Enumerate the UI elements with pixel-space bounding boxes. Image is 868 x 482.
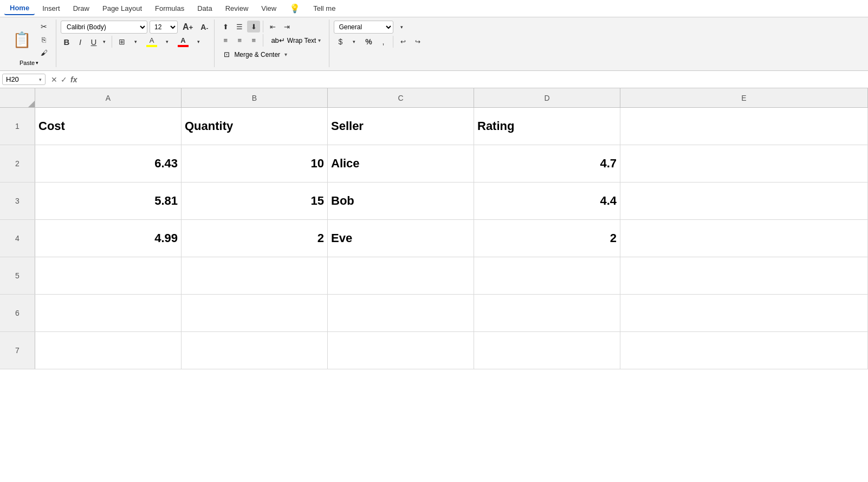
formula-fx-icon[interactable]: fx [70, 75, 77, 84]
cell-d3[interactable]: 4.4 [474, 183, 620, 219]
col-header-a[interactable]: A [35, 88, 182, 107]
cell-a4[interactable]: 4.99 [35, 220, 182, 257]
row-header-3[interactable]: 3 [0, 183, 35, 219]
currency-dropdown[interactable]: ▾ [347, 36, 360, 48]
decrease-decimal-button[interactable]: ↩ [397, 36, 410, 48]
menu-insert[interactable]: Insert [37, 2, 66, 15]
menu-review[interactable]: Review [220, 2, 254, 15]
cell-c7[interactable] [328, 332, 474, 369]
menu-data[interactable]: Data [192, 2, 217, 15]
cell-c2[interactable]: Alice [328, 145, 474, 182]
paste-button[interactable]: 📋 [8, 29, 36, 51]
cell-b6[interactable] [182, 295, 328, 331]
font-grow-button[interactable]: A+ [180, 21, 196, 33]
borders-dropdown[interactable]: ▾ [129, 36, 142, 48]
col-header-c[interactable]: C [328, 88, 474, 107]
cell-d4[interactable]: 2 [474, 220, 620, 257]
row-header-5[interactable]: 5 [0, 257, 35, 294]
increase-decimal-button[interactable]: ↪ [411, 36, 424, 48]
cell-b5[interactable] [182, 257, 328, 294]
font-color-dropdown[interactable]: ▾ [192, 36, 205, 48]
wrap-text-dropdown[interactable]: ▾ [318, 37, 321, 43]
cell-c4[interactable]: Eve [328, 220, 474, 257]
col-header-e[interactable]: E [620, 88, 868, 107]
scissors-button[interactable]: ✂ [37, 21, 50, 32]
merge-center-dropdown[interactable]: ▾ [284, 51, 287, 57]
cell-c3[interactable]: Bob [328, 183, 474, 219]
menu-home[interactable]: Home [4, 2, 35, 15]
fill-color-dropdown[interactable]: ▾ [160, 36, 173, 48]
row-header-2[interactable]: 2 [0, 145, 35, 182]
cell-e6[interactable] [620, 295, 868, 331]
number-format-dropdown[interactable]: ▾ [395, 21, 408, 33]
col-header-b[interactable]: B [182, 88, 328, 107]
cell-d7[interactable] [474, 332, 620, 369]
cell-b2[interactable]: 10 [182, 145, 328, 182]
percent-button[interactable]: % [362, 36, 375, 48]
cell-b3[interactable]: 15 [182, 183, 328, 219]
cell-b7[interactable] [182, 332, 328, 369]
row-header-7[interactable]: 7 [0, 332, 35, 369]
cell-e4[interactable] [620, 220, 868, 257]
underline-button[interactable]: U [88, 36, 100, 48]
merge-center-button[interactable]: ⊡ Merge & Center ▾ [219, 48, 292, 61]
corner-cell[interactable] [0, 88, 35, 107]
fill-color-button[interactable]: A [144, 36, 160, 48]
font-color-button[interactable]: A [175, 36, 191, 48]
indent-increase-button[interactable]: ⇥ [280, 21, 293, 32]
font-family-selector[interactable]: Calibri (Body) Arial Times New Roman [61, 21, 147, 34]
cell-c5[interactable] [328, 257, 474, 294]
cell-e5[interactable] [620, 257, 868, 294]
cell-e1[interactable] [620, 108, 868, 145]
underline-dropdown[interactable]: ▾ [100, 36, 108, 48]
menu-formulas[interactable]: Formulas [150, 2, 190, 15]
col-header-d[interactable]: D [474, 88, 620, 107]
paste-dropdown-icon[interactable]: ▾ [36, 60, 38, 66]
font-shrink-button[interactable]: A- [198, 21, 211, 33]
row-header-1[interactable]: 1 [0, 108, 35, 145]
cell-e3[interactable] [620, 183, 868, 219]
number-format-selector[interactable]: General Number Currency Percentage Date [334, 21, 393, 34]
cell-b4[interactable]: 2 [182, 220, 328, 257]
cell-ref-dropdown[interactable]: ▾ [39, 77, 42, 82]
cell-a5[interactable] [35, 257, 182, 294]
cell-d6[interactable] [474, 295, 620, 331]
font-size-selector[interactable]: 8 10 12 14 16 18 [150, 21, 178, 34]
cell-a1[interactable]: Cost [35, 108, 182, 145]
wrap-text-button[interactable]: ab↵ Wrap Text ▾ [266, 34, 326, 47]
menu-page-layout[interactable]: Page Layout [97, 2, 147, 15]
currency-button[interactable]: $ [334, 36, 347, 48]
cell-reference-box[interactable]: H20 ▾ [2, 74, 46, 85]
cell-a2[interactable]: 6.43 [35, 145, 182, 182]
align-top-button[interactable]: ⬆ [219, 21, 232, 32]
cell-a6[interactable] [35, 295, 182, 331]
row-header-6[interactable]: 6 [0, 295, 35, 331]
cell-b1[interactable]: Quantity [182, 108, 328, 145]
align-right-button[interactable]: ≡ [247, 35, 260, 47]
menu-tell-me[interactable]: Tell me [308, 2, 341, 15]
align-left-button[interactable]: ≡ [219, 35, 232, 47]
indent-decrease-button[interactable]: ⇤ [266, 21, 279, 32]
cell-e2[interactable] [620, 145, 868, 182]
align-middle-button[interactable]: ☰ [233, 21, 246, 32]
menu-view[interactable]: View [256, 2, 282, 15]
cell-a3[interactable]: 5.81 [35, 183, 182, 219]
cell-d1[interactable]: Rating [474, 108, 620, 145]
cell-a7[interactable] [35, 332, 182, 369]
cell-d5[interactable] [474, 257, 620, 294]
borders-button[interactable]: ⊞ [115, 36, 128, 48]
row-header-4[interactable]: 4 [0, 220, 35, 257]
copy-button[interactable]: ⎘ [37, 34, 50, 45]
format-painter-button[interactable]: 🖌 [37, 47, 50, 58]
formula-input[interactable] [82, 74, 866, 84]
menu-draw[interactable]: Draw [68, 2, 95, 15]
cell-c1[interactable]: Seller [328, 108, 474, 145]
comma-button[interactable]: , [377, 36, 390, 48]
bold-button[interactable]: B [61, 36, 73, 48]
formula-cancel-icon[interactable]: ✕ [51, 75, 57, 84]
formula-confirm-icon[interactable]: ✓ [61, 75, 67, 84]
italic-button[interactable]: I [74, 36, 86, 48]
align-bottom-button[interactable]: ⬇ [247, 21, 260, 32]
cell-e7[interactable] [620, 332, 868, 369]
align-center-button[interactable]: ≡ [233, 35, 246, 47]
